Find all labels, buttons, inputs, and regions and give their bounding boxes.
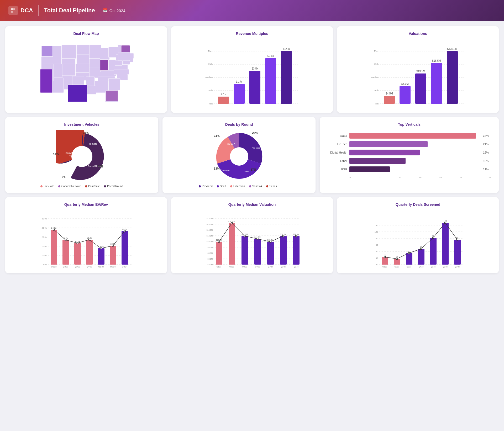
legend-pre-safe-label: Pre-Safe <box>44 185 54 188</box>
svg-point-227 <box>432 237 434 239</box>
row-3: Quarterly Median EV/Rev 5.0x 10.0x 15.0x… <box>5 197 499 273</box>
svg-text:Q2'23: Q2'23 <box>395 266 400 268</box>
legend-pre-safe: Pre-Safe <box>40 185 54 188</box>
svg-rect-115 <box>62 240 69 265</box>
deals-screened-chart: 20 40 60 80 100 120 140 <box>342 210 494 268</box>
svg-text:Min: Min <box>209 102 213 105</box>
svg-text:$2.0M: $2.0M <box>208 264 213 266</box>
header-divider <box>38 5 39 16</box>
svg-point-138 <box>112 245 114 246</box>
saas-pct: 34% <box>483 134 491 137</box>
svg-text:$16.0M: $16.0M <box>207 223 213 225</box>
svg-text:$10.0M: $10.0M <box>207 241 213 243</box>
svg-point-224 <box>396 258 398 260</box>
svg-text:Q1'23: Q1'23 <box>51 266 57 268</box>
row-1: Deal Flow Map <box>5 26 499 113</box>
fintech-bar <box>349 141 428 147</box>
svg-text:Q1'23: Q1'23 <box>217 266 222 268</box>
svg-rect-79 <box>384 96 395 104</box>
ev-rev-chart: 5.0x 10.0x 15.0x 20.0x 25.0x 30.0x <box>10 210 162 268</box>
other-label: Other <box>328 159 347 162</box>
svg-rect-22 <box>130 53 134 59</box>
svg-text:$16.50M: $16.50M <box>228 220 235 222</box>
deal-flow-map-title: Deal Flow Map <box>10 31 162 36</box>
legend-priced-round: Priced Round <box>104 185 123 188</box>
svg-text:Pre-seed: Pre-seed <box>252 147 260 149</box>
legend-extension-label: Extension <box>233 185 245 188</box>
top-verticals-title: Top Verticals <box>325 122 494 127</box>
svg-text:Q1'24: Q1'24 <box>431 266 436 268</box>
svg-rect-9 <box>76 54 89 64</box>
esg-pct: 11% <box>483 168 491 171</box>
legend-series-b: Series B <box>266 185 279 188</box>
svg-rect-127 <box>110 246 116 265</box>
svg-text:25th: 25th <box>208 89 213 92</box>
top-verticals-container: SaaS 34% FinTech 21% Digital Health <box>325 130 494 179</box>
svg-text:Q3'23: Q3'23 <box>242 266 247 268</box>
svg-rect-1 <box>13 8 15 10</box>
fintech-track <box>349 141 480 147</box>
svg-rect-48 <box>41 46 52 56</box>
svg-rect-214 <box>430 238 437 265</box>
svg-rect-63 <box>249 71 260 104</box>
svg-rect-164 <box>242 236 248 265</box>
svg-rect-217 <box>442 223 449 265</box>
svg-text:30.0x: 30.0x <box>41 218 47 220</box>
svg-text:Q3'24: Q3'24 <box>294 266 299 268</box>
deals-by-round-title: Deals by Round <box>168 122 310 127</box>
svg-text:Q2'24: Q2'24 <box>281 266 286 268</box>
svg-text:52.6x: 52.6x <box>267 55 274 57</box>
investment-vehicles-card: Investment Vehicles <box>5 117 158 193</box>
svg-text:75th: 75th <box>208 63 213 66</box>
svg-rect-170 <box>267 242 274 265</box>
legend-extension-dot <box>230 185 232 187</box>
deal-flow-map-card: Deal Flow Map <box>5 26 167 113</box>
legend-series-a-label: Series A <box>252 185 262 188</box>
revenue-multiples-chart: Min 25th Median 75th Max 2.1x <box>176 39 328 108</box>
svg-text:Q3'24: Q3'24 <box>455 266 460 268</box>
svg-rect-59 <box>218 97 229 104</box>
svg-point-139 <box>124 230 125 232</box>
svg-text:80: 80 <box>376 244 378 246</box>
svg-text:Q1'24: Q1'24 <box>98 266 104 268</box>
svg-rect-36 <box>87 86 96 94</box>
svg-text:Q3'24: Q3'24 <box>122 266 128 268</box>
svg-text:$14.0M: $14.0M <box>207 229 213 231</box>
svg-rect-29 <box>114 69 129 75</box>
svg-rect-83 <box>415 73 426 104</box>
dbr-pct-24: 24% <box>214 134 220 138</box>
pct-02: 02% <box>83 131 89 134</box>
svg-point-223 <box>384 256 386 258</box>
svg-point-181 <box>244 235 245 237</box>
svg-text:Note: Note <box>69 154 74 157</box>
fintech-pct: 21% <box>483 143 491 146</box>
legend-extension: Extension <box>230 185 245 188</box>
svg-rect-12 <box>89 45 101 59</box>
svg-rect-87 <box>447 51 458 104</box>
svg-text:$18.0M: $18.0M <box>207 218 213 219</box>
svg-text:Q4'23: Q4'23 <box>255 266 260 268</box>
svg-text:Convertible: Convertible <box>65 152 77 154</box>
valuation-quarterly-card: Quarterly Median Valuation $2.0M $4.0M $… <box>171 197 333 273</box>
svg-text:40: 40 <box>376 257 378 259</box>
svg-rect-176 <box>293 236 300 265</box>
pct-54: 54% <box>98 165 103 168</box>
ev-rev-svg: 5.0x 10.0x 15.0x 20.0x 25.0x 30.0x <box>10 210 162 268</box>
legend-seed: Seed <box>217 185 226 188</box>
svg-text:10.0x: 10.0x <box>41 254 47 257</box>
esg-bar <box>349 166 390 172</box>
svg-text:$130.0M: $130.0M <box>447 48 458 50</box>
svg-text:Q4'23: Q4'23 <box>86 266 92 268</box>
svg-rect-24 <box>122 61 130 65</box>
legend-post-safe-label: Post-Safe <box>88 185 100 188</box>
svg-text:Extension: Extension <box>220 169 229 171</box>
other-track <box>349 158 480 164</box>
valuations-title: Valuations <box>342 31 494 36</box>
svg-point-95 <box>230 147 248 166</box>
svg-text:Max: Max <box>208 50 213 52</box>
svg-text:140: 140 <box>375 224 378 227</box>
svg-rect-130 <box>122 231 128 265</box>
svg-text:11.7x: 11.7x <box>236 80 242 83</box>
svg-point-225 <box>408 252 410 254</box>
valuation-quarterly-title: Quarterly Median Valuation <box>176 202 328 207</box>
